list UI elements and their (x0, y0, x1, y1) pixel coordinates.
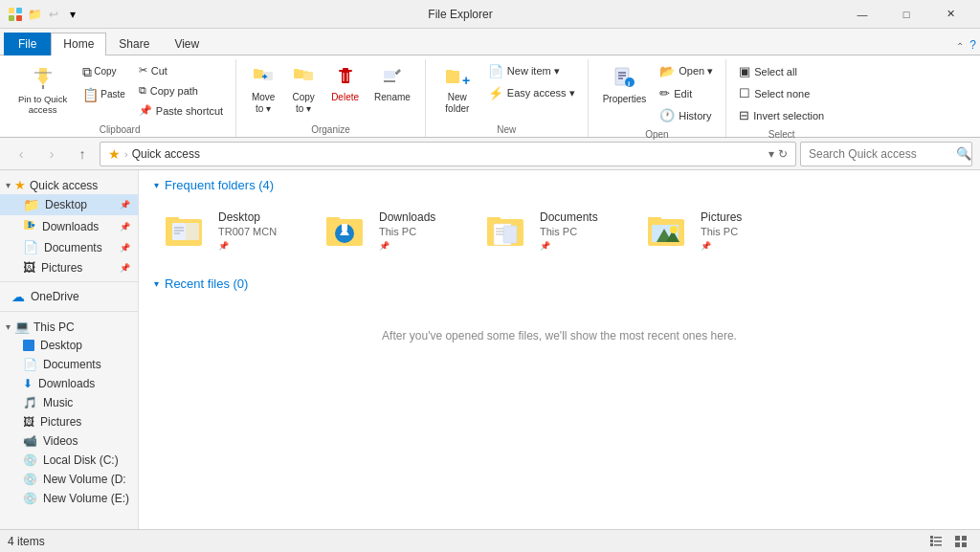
select-all-button[interactable]: ▣ Select all (734, 61, 829, 81)
svg-rect-9 (254, 69, 258, 72)
pin-label: Pin to Quickaccess (18, 94, 67, 116)
content-area: ▾ Frequent folders (4) (139, 170, 980, 529)
copy-to-button[interactable]: Copyto ▾ (284, 61, 323, 120)
minimize-button[interactable]: — (840, 0, 884, 29)
address-dropdown-icon[interactable]: ▾ (768, 147, 774, 161)
paste-button[interactable]: 📋 Paste (76, 84, 132, 105)
sidebar-item-pc-music[interactable]: 🎵 Music (0, 393, 138, 412)
svg-rect-42 (186, 223, 199, 240)
search-input[interactable] (809, 147, 952, 161)
invert-selection-icon: ⊟ (739, 108, 749, 122)
documents-folder-name: Documents (540, 210, 598, 224)
sidebar-item-pc-pictures[interactable]: 🖼 Pictures (0, 412, 138, 431)
refresh-icon[interactable]: ↻ (778, 147, 788, 161)
sidebar-item-pc-downloads[interactable]: ⬇ Downloads (0, 374, 138, 393)
quick-access-header[interactable]: ▾ ★ Quick access (0, 174, 138, 194)
rename-button[interactable]: Rename (368, 61, 417, 108)
delete-button[interactable]: Delete (324, 61, 366, 108)
new-folder-button[interactable]: + Newfolder (434, 61, 481, 120)
undo-icon[interactable]: ↩ (46, 7, 61, 22)
copy-to-label: Copyto ▾ (292, 92, 314, 115)
help-icon[interactable]: ? (969, 38, 976, 52)
desktop-folder-pin: 📌 (218, 241, 277, 251)
search-icon[interactable]: 🔍 (956, 146, 971, 161)
search-box[interactable]: 🔍 (800, 142, 972, 166)
open-button[interactable]: 📂 Open ▾ (655, 61, 718, 81)
open-label: Open (592, 127, 723, 142)
svg-rect-6 (42, 85, 44, 89)
address-path[interactable]: Quick access (132, 147, 765, 161)
history-label: History (679, 110, 711, 121)
copy-to-icon (293, 66, 314, 90)
tab-view[interactable]: View (162, 33, 212, 55)
pc-desktop-label: Desktop (40, 339, 82, 352)
invert-selection-button[interactable]: ⊟ Invert selection (734, 105, 829, 125)
sidebar-item-documents[interactable]: 📄 Documents 📌 (0, 237, 138, 257)
properties-button[interactable]: i Properties (596, 61, 654, 110)
statusbar: 4 items (0, 529, 980, 552)
edit-button[interactable]: ✏ Edit (655, 83, 718, 103)
cut-label: Cut (151, 65, 167, 77)
select-none-label: Select none (754, 88, 810, 99)
copy-path-button[interactable]: ⧉ Copy path (134, 81, 228, 99)
sidebar-item-onedrive[interactable]: ☁ OneDrive (0, 286, 138, 307)
maximize-button[interactable]: □ (884, 0, 928, 29)
up-button[interactable]: ↑ (69, 142, 96, 166)
history-button[interactable]: 🕐 History (655, 105, 718, 125)
folder-item-desktop[interactable]: Desktop TR007 MCN 📌 (154, 204, 307, 257)
folder-item-documents[interactable]: Documents This PC 📌 (476, 204, 629, 257)
folder-item-downloads[interactable]: Downloads This PC 📌 (315, 204, 468, 257)
documents-label: Documents (44, 241, 102, 254)
new-item-label: New item ▾ (507, 65, 560, 77)
details-view-button[interactable] (924, 532, 947, 551)
downloads-folder-info: Downloads This PC 📌 (379, 210, 435, 251)
svg-rect-61 (930, 536, 933, 539)
easy-access-button[interactable]: ⚡ Easy access ▾ (483, 83, 580, 103)
navbar: ‹ › ↑ ★ › Quick access ▾ ↻ 🔍 (0, 138, 980, 170)
local-disk-c-label: Local Disk (C:) (43, 453, 119, 467)
ribbon-collapse-icon[interactable]: ⌃ (956, 41, 964, 52)
sidebar-item-new-volume-e[interactable]: 💿 New Volume (E:) (0, 489, 138, 508)
back-button[interactable]: ‹ (8, 142, 34, 166)
select-none-button[interactable]: ☐ Select none (734, 83, 829, 103)
copy-button[interactable]: ⧉ Copy (76, 61, 132, 82)
titlebar-controls[interactable]: — □ ✕ (840, 0, 972, 29)
this-pc-header[interactable]: ▾ 💻 This PC (0, 316, 138, 336)
sidebar-item-pc-desktop[interactable]: Desktop (0, 336, 138, 355)
folder-item-pictures[interactable]: Pictures This PC 📌 (636, 204, 790, 257)
move-to-button[interactable]: Moveto ▾ (244, 61, 282, 120)
sidebar-item-pc-documents[interactable]: 📄 Documents (0, 355, 138, 374)
tab-share[interactable]: Share (106, 33, 162, 55)
sidebar-item-pictures[interactable]: 🖼 Pictures 📌 (0, 257, 138, 277)
quick-access-icon[interactable]: 📁 (27, 7, 42, 22)
move-to-label: Moveto ▾ (252, 92, 275, 115)
tab-home[interactable]: Home (51, 33, 106, 55)
customize-icon[interactable]: ▾ (65, 7, 80, 22)
desktop-pin-icon: 📌 (120, 200, 130, 210)
paste-label: Paste (100, 89, 125, 100)
downloads-folder-name: Downloads (379, 210, 435, 224)
star-icon: ★ (108, 146, 121, 162)
frequent-folders-header[interactable]: ▾ Frequent folders (4) (154, 178, 965, 192)
sidebar-item-pc-videos[interactable]: 📹 Videos (0, 431, 138, 451)
tab-file[interactable]: File (4, 33, 51, 55)
large-icons-view-button[interactable] (949, 532, 972, 551)
cut-button[interactable]: ✂ Cut (134, 61, 228, 79)
address-bar[interactable]: ★ › Quick access ▾ ↻ (100, 142, 796, 166)
breadcrumb-separator: › (124, 148, 128, 160)
new-volume-e-icon: 💿 (23, 492, 37, 505)
close-button[interactable]: ✕ (928, 0, 972, 29)
sidebar-item-downloads[interactable]: Downloads 📌 (0, 215, 138, 237)
svg-rect-37 (166, 217, 179, 223)
sidebar-item-desktop[interactable]: 📁 Desktop 📌 (0, 194, 138, 215)
documents-folder-info: Documents This PC 📌 (540, 210, 598, 251)
rename-icon (382, 66, 403, 90)
pin-to-quick-access-button[interactable]: Pin to Quickaccess (11, 61, 74, 121)
recent-files-header[interactable]: ▾ Recent files (0) (154, 276, 965, 291)
new-item-button[interactable]: 📄 New item ▾ (483, 61, 580, 81)
sidebar-item-new-volume-d[interactable]: 💿 New Volume (D: (0, 470, 138, 489)
sidebar-item-local-disk-c[interactable]: 💿 Local Disk (C:) (0, 451, 138, 470)
forward-button[interactable]: › (38, 142, 65, 166)
paste-shortcut-button[interactable]: 📌 Paste shortcut (134, 101, 228, 120)
svg-rect-67 (955, 536, 960, 541)
